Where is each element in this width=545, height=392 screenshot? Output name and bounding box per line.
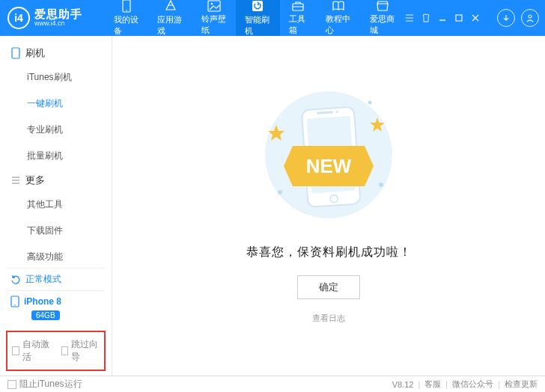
nav-label: 教程中心: [326, 13, 351, 36]
version-label: V8.12: [392, 380, 414, 389]
checkbox-icon: [12, 346, 19, 355]
checkbox-label: 阻止iTunes运行: [19, 378, 82, 391]
section-title: 刷机: [25, 46, 45, 60]
nav-label: 工具箱: [289, 13, 308, 36]
checkbox-label: 跳过向导: [71, 338, 100, 364]
device-phone-icon: [10, 295, 19, 307]
nav-flash[interactable]: 智能刷机: [236, 0, 279, 36]
nav-label: 铃声壁纸: [201, 13, 227, 36]
nav-mall[interactable]: 爱思商城: [361, 0, 404, 36]
sidebar-item-advanced[interactable]: 高级功能: [0, 244, 112, 263]
phone-outline-icon: [10, 48, 21, 58]
storage-badge: 64GB: [31, 310, 60, 320]
sidebar-item-download-firmware[interactable]: 下载固件: [0, 218, 112, 244]
nav-my-device[interactable]: 我的设备: [105, 0, 148, 36]
statusbar: 阻止iTunes运行 V8.12 | 客服 | 微信公众号 | 检查更新: [0, 376, 545, 392]
nav-tutorials[interactable]: 教程中心: [317, 0, 360, 36]
toolbox-icon: [291, 0, 305, 12]
success-message: 恭喜您，保资料刷机成功啦！: [246, 245, 412, 260]
ok-button[interactable]: 确定: [297, 275, 360, 299]
check-update-link[interactable]: 检查更新: [505, 379, 538, 390]
wechat-link[interactable]: 微信公众号: [452, 379, 493, 390]
success-illustration: NEW: [246, 80, 411, 230]
auto-activate-checkbox[interactable]: 自动激活: [12, 338, 51, 364]
sidebar-item-batch-flash[interactable]: 批量刷机: [0, 143, 112, 169]
sidebar: 刷机 iTunes刷机 一键刷机 专业刷机 批量刷机 更多 其他工具 下载固件 …: [0, 36, 112, 376]
window-controls: [404, 9, 539, 27]
brand-subtitle: www.i4.cn: [34, 20, 82, 28]
svg-rect-6: [456, 15, 462, 21]
support-link[interactable]: 客服: [424, 379, 441, 390]
sidebar-section-more: 更多: [0, 169, 112, 192]
skin-icon[interactable]: [421, 13, 431, 23]
sidebar-item-itunes-flash[interactable]: iTunes刷机: [0, 64, 112, 91]
new-text: NEW: [306, 155, 352, 177]
nav-toolbox[interactable]: 工具箱: [280, 0, 317, 36]
svg-point-1: [126, 10, 127, 11]
titlebar: i4 爱思助手 www.i4.cn 我的设备 应用游戏 铃声壁纸 智能刷机 工具…: [0, 0, 545, 36]
nav-apps[interactable]: 应用游戏: [148, 0, 192, 36]
mode-row[interactable]: 正常模式: [7, 268, 104, 290]
svg-point-21: [368, 101, 372, 105]
device-name: iPhone 8: [24, 296, 61, 307]
book-icon: [332, 0, 345, 12]
checkbox-icon: [61, 346, 69, 355]
apps-icon: [164, 0, 177, 13]
close-icon[interactable]: [470, 13, 481, 23]
main-area: 刷机 iTunes刷机 一键刷机 专业刷机 批量刷机 更多 其他工具 下载固件 …: [0, 36, 545, 376]
separator: |: [498, 380, 500, 389]
maximize-icon[interactable]: [454, 13, 464, 23]
checkbox-label: 自动激活: [22, 338, 51, 364]
brand: i4 爱思助手 www.i4.cn: [7, 7, 105, 29]
menu-icon[interactable]: [404, 13, 415, 23]
device-row[interactable]: iPhone 8: [7, 290, 104, 309]
nav-label: 应用游戏: [157, 14, 183, 37]
svg-point-10: [14, 304, 16, 306]
block-itunes-checkbox[interactable]: 阻止iTunes运行: [7, 378, 82, 391]
sidebar-item-pro-flash[interactable]: 专业刷机: [0, 117, 112, 143]
list-icon: [10, 175, 21, 186]
separator: |: [418, 380, 420, 389]
section-title: 更多: [25, 174, 45, 187]
shop-icon: [376, 0, 389, 12]
separator: |: [445, 380, 448, 389]
svg-point-7: [529, 15, 532, 18]
mode-label: 正常模式: [25, 273, 61, 286]
svg-point-3: [211, 3, 213, 5]
image-icon: [207, 0, 221, 12]
view-log-link[interactable]: 查看日志: [312, 313, 345, 324]
cycle-icon: [10, 275, 21, 285]
skip-guide-checkbox[interactable]: 跳过向导: [61, 338, 100, 364]
svg-point-20: [379, 183, 383, 187]
sidebar-footer: 正常模式 iPhone 8 64GB: [0, 263, 112, 326]
top-nav: 我的设备 应用游戏 铃声壁纸 智能刷机 工具箱 教程中心 爱思商城: [105, 0, 404, 36]
nav-label: 爱思商城: [370, 13, 395, 36]
download-icon[interactable]: [497, 9, 515, 27]
nav-label: 我的设备: [114, 14, 139, 37]
checkbox-icon: [7, 380, 16, 389]
flash-icon: [251, 0, 264, 13]
minimize-icon[interactable]: [437, 13, 448, 23]
sidebar-item-oneclick-flash[interactable]: 一键刷机: [0, 91, 112, 117]
content: NEW 恭喜您，保资料刷机成功啦！ 确定 查看日志: [112, 36, 545, 376]
nav-label: 智能刷机: [245, 14, 270, 37]
brand-title: 爱思助手: [34, 8, 82, 21]
user-icon[interactable]: [521, 9, 539, 27]
svg-point-19: [278, 190, 282, 195]
nav-ringtones[interactable]: 铃声壁纸: [192, 0, 236, 36]
sidebar-item-other-tools[interactable]: 其他工具: [0, 192, 112, 218]
svg-rect-8: [12, 48, 19, 58]
sidebar-section-flash: 刷机: [0, 42, 112, 64]
logo-icon: i4: [7, 7, 30, 29]
checkbox-strip: 自动激活 跳过向导: [6, 331, 106, 371]
phone-icon: [120, 0, 133, 13]
